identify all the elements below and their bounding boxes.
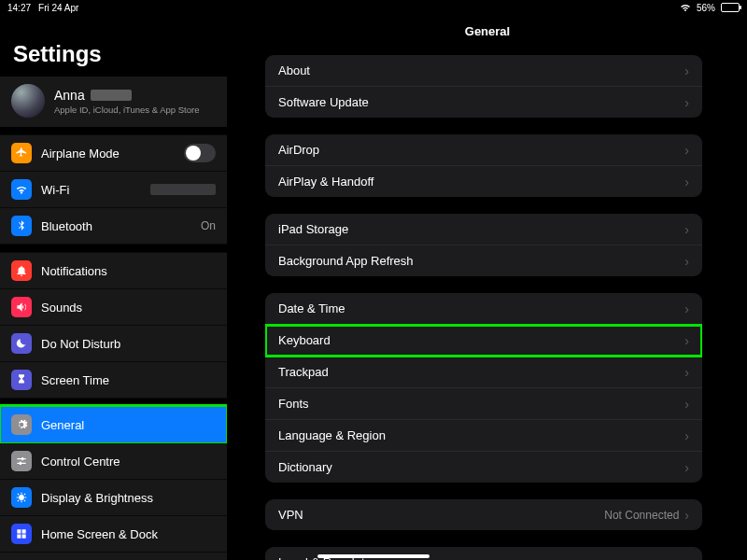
row-label: Language & Region [278, 428, 684, 442]
chevron-right-icon: › [684, 302, 689, 315]
apple-id-row[interactable]: Anna Apple ID, iCloud, iTunes & App Stor… [0, 77, 227, 127]
row-label: Dictionary [278, 460, 684, 474]
general-group-vpn: VPNNot Connected› [265, 499, 702, 530]
row-label: AirPlay & Handoff [278, 175, 684, 189]
row-label: VPN [278, 508, 604, 522]
sidebar-item-label: Wi-Fi [41, 183, 141, 197]
sidebar-item-homescreen[interactable]: Home Screen & Dock [0, 516, 227, 553]
sidebar-item-label: Control Centre [41, 455, 216, 469]
profile-last-name-redacted [91, 90, 132, 101]
sidebar-group-main: General Control Centre Display & Brightn… [0, 406, 227, 560]
row-bg-refresh[interactable]: Background App Refresh› [265, 245, 702, 276]
row-ipad-storage[interactable]: iPad Storage› [265, 214, 702, 245]
sidebar-item-display[interactable]: Display & Brightness [0, 480, 227, 516]
row-about[interactable]: About› [265, 55, 702, 87]
row-label: Background App Refresh [278, 254, 684, 268]
row-keyboard[interactable]: Keyboard› [265, 325, 702, 357]
status-date: Fri 24 Apr [38, 3, 78, 13]
battery-icon [721, 3, 740, 12]
switches-icon [11, 451, 32, 471]
sidebar-item-label: Sounds [41, 301, 216, 315]
sidebar-item-label: Notifications [41, 264, 216, 278]
chevron-right-icon: › [684, 366, 689, 379]
general-group-about: About› Software Update› [265, 55, 702, 118]
chevron-right-icon: › [684, 96, 689, 109]
row-trackpad[interactable]: Trackpad› [265, 357, 702, 388]
row-value: Not Connected [604, 509, 679, 522]
sidebar-item-screentime[interactable]: Screen Time [0, 362, 227, 399]
chevron-right-icon: › [684, 429, 689, 442]
hourglass-icon [11, 370, 32, 390]
sidebar-item-sounds[interactable]: Sounds [0, 289, 227, 326]
airplane-icon [11, 143, 32, 163]
sidebar-item-airplane[interactable]: Airplane Mode [0, 134, 227, 172]
row-label: Fonts [278, 397, 684, 411]
chevron-right-icon: › [684, 223, 689, 236]
row-label: Keyboard [278, 333, 684, 347]
wifi-name-redacted [150, 184, 216, 195]
speaker-icon [11, 297, 32, 317]
row-fonts[interactable]: Fonts› [265, 388, 702, 420]
sidebar-group-network: Airplane Mode Wi-Fi Bluetooth On [0, 134, 227, 245]
bluetooth-icon [11, 216, 32, 236]
sidebar-item-label: Airplane Mode [41, 147, 175, 161]
status-bar: 14:27 Fri 24 Apr 56% [0, 0, 747, 15]
split-view: Settings Anna Apple ID, iCloud, iTunes &… [0, 15, 747, 560]
chevron-right-icon: › [684, 398, 689, 411]
chevron-right-icon: › [684, 334, 689, 347]
battery-pct: 56% [697, 3, 715, 13]
moon-icon [11, 333, 32, 354]
row-dictionary[interactable]: Dictionary› [265, 452, 702, 483]
screen: 14:27 Fri 24 Apr 56% Settings Anna A [0, 0, 747, 560]
row-airplay[interactable]: AirPlay & Handoff› [265, 166, 702, 197]
sidebar-group-alerts: Notifications Sounds Do Not Disturb Scre… [0, 252, 227, 399]
chevron-right-icon: › [684, 64, 689, 77]
row-label: AirDrop [278, 143, 684, 157]
sidebar[interactable]: Settings Anna Apple ID, iCloud, iTunes &… [0, 15, 228, 560]
sidebar-item-control-centre[interactable]: Control Centre [0, 443, 227, 480]
chevron-right-icon: › [684, 255, 689, 268]
sidebar-item-dnd[interactable]: Do Not Disturb [0, 326, 227, 362]
status-time: 14:27 [7, 3, 31, 13]
chevron-right-icon: › [684, 144, 689, 157]
sidebar-item-notifications[interactable]: Notifications [0, 252, 227, 289]
brightness-icon [11, 487, 32, 508]
sidebar-item-label: Do Not Disturb [41, 337, 216, 351]
sidebar-item-accessibility[interactable]: Accessibility [0, 553, 227, 560]
row-label: Trackpad [278, 365, 684, 379]
wifi-status-icon [680, 3, 691, 12]
detail-pane[interactable]: General About› Software Update› AirDrop›… [228, 15, 747, 560]
row-label: Date & Time [278, 301, 684, 315]
row-label: iPad Storage [278, 222, 684, 236]
avatar [11, 84, 45, 118]
detail-title: General [228, 15, 747, 55]
detail-content: About› Software Update› AirDrop› AirPlay… [228, 55, 747, 560]
chevron-right-icon: › [684, 175, 689, 189]
sidebar-item-label: Bluetooth [41, 219, 191, 233]
settings-title: Settings [0, 15, 227, 77]
wifi-icon [11, 179, 32, 200]
row-vpn[interactable]: VPNNot Connected› [265, 499, 702, 530]
grid-icon [11, 524, 32, 544]
chevron-right-icon: › [684, 461, 689, 474]
sidebar-item-label: Display & Brightness [41, 491, 216, 505]
airplane-toggle[interactable] [184, 144, 216, 162]
row-software-update[interactable]: Software Update› [265, 87, 702, 118]
sidebar-item-bluetooth[interactable]: Bluetooth On [0, 208, 227, 245]
bluetooth-value: On [201, 219, 216, 232]
row-airdrop[interactable]: AirDrop› [265, 134, 702, 166]
general-group-input: Date & Time› Keyboard› Trackpad› Fonts› … [265, 293, 702, 483]
general-group-air: AirDrop› AirPlay & Handoff› [265, 134, 702, 197]
sidebar-item-wifi[interactable]: Wi-Fi [0, 172, 227, 208]
row-language[interactable]: Language & Region› [265, 420, 702, 452]
profile-subtitle: Apple ID, iCloud, iTunes & App Store [54, 105, 199, 115]
chevron-right-icon: › [684, 556, 689, 561]
general-group-storage: iPad Storage› Background App Refresh› [265, 214, 702, 276]
gear-icon [11, 414, 32, 435]
sidebar-item-general[interactable]: General [0, 406, 227, 443]
home-indicator[interactable] [317, 554, 430, 558]
row-date-time[interactable]: Date & Time› [265, 293, 702, 325]
bell-icon [11, 260, 32, 281]
sidebar-item-label: Screen Time [41, 373, 216, 387]
sidebar-item-label: Home Screen & Dock [41, 527, 216, 541]
